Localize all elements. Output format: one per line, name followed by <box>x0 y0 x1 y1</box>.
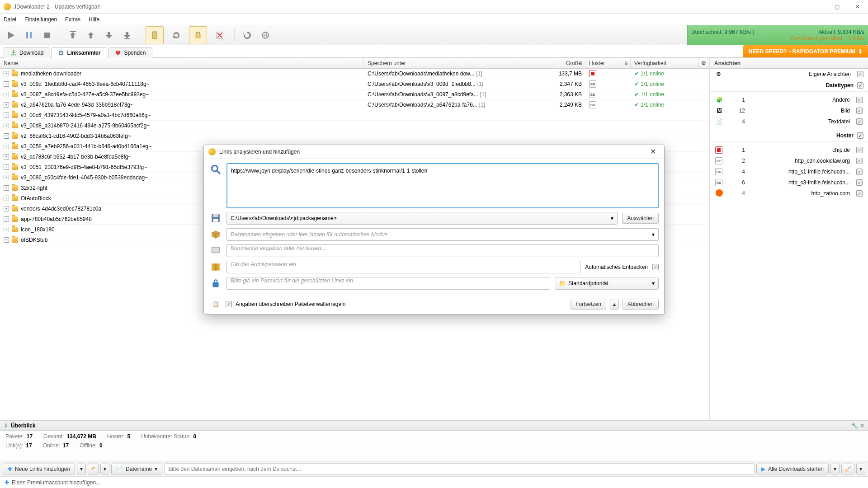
save-path-combo[interactable]: C:\Users\fab\Downloads\<jd:packagename> … <box>226 212 618 225</box>
svg-point-16 <box>212 165 217 171</box>
save-icon <box>209 212 222 225</box>
chevron-down-icon: ▾ <box>652 231 655 238</box>
folder-icon: 📁 <box>559 280 566 286</box>
chevron-down-icon: ▾ <box>652 280 655 286</box>
continue-dropdown[interactable]: ▴ <box>610 299 619 310</box>
svg-rect-21 <box>212 247 220 253</box>
save-path-value: C:\Users\fab\Downloads\<jd:packagename> <box>231 215 337 221</box>
chevron-down-icon: ▾ <box>611 215 613 221</box>
archive-password-input[interactable]: Gib das Archivpasswort ein <box>226 261 580 273</box>
analyze-links-dialog: Links analysieren und hinzufügen ✕ https… <box>203 145 665 314</box>
priority-select[interactable]: 📁 Standardpriorität ▾ <box>555 277 659 290</box>
dialog-title: Links analysieren und hinzufügen <box>219 149 300 155</box>
archive-password-icon <box>209 261 222 273</box>
cancel-button[interactable]: Abbrechen <box>623 299 659 310</box>
svg-point-24 <box>215 266 217 268</box>
svg-rect-20 <box>213 219 218 222</box>
auto-extract-label: Automatisches Entpacken <box>585 264 648 270</box>
continue-button[interactable]: Fortsetzen <box>571 299 606 310</box>
comment-input[interactable]: Kommentar eingeben oder frei lassen... <box>226 244 659 257</box>
choose-path-button[interactable]: Auswählen <box>622 213 659 224</box>
search-icon <box>209 163 222 176</box>
url-input[interactable]: https://www.joyn.de/play/serien/die-stin… <box>226 163 659 208</box>
dialog-close-button[interactable]: ✕ <box>646 145 660 158</box>
package-icon <box>209 228 222 241</box>
link-password-input[interactable]: Bitte gib ein Passwort für die geschützt… <box>226 277 550 290</box>
package-name-input[interactable]: Paketnamen eingeben oder leer lassen für… <box>226 228 659 241</box>
svg-rect-19 <box>213 214 218 217</box>
priority-value: Standardpriorität <box>568 280 609 286</box>
link-password-icon <box>209 277 222 290</box>
rules-icon: 📋 <box>209 298 222 310</box>
svg-line-17 <box>217 171 220 174</box>
svg-rect-25 <box>212 282 218 287</box>
dialog-overlay: Links analysieren und hinzufügen ✕ https… <box>0 0 868 488</box>
override-rules-label: Angaben überschreiben Paketverwalterrege… <box>236 301 346 307</box>
override-rules-checkbox[interactable] <box>226 301 232 307</box>
comment-icon <box>209 244 222 257</box>
app-logo-icon <box>208 148 216 155</box>
auto-extract-checkbox[interactable] <box>652 264 659 270</box>
